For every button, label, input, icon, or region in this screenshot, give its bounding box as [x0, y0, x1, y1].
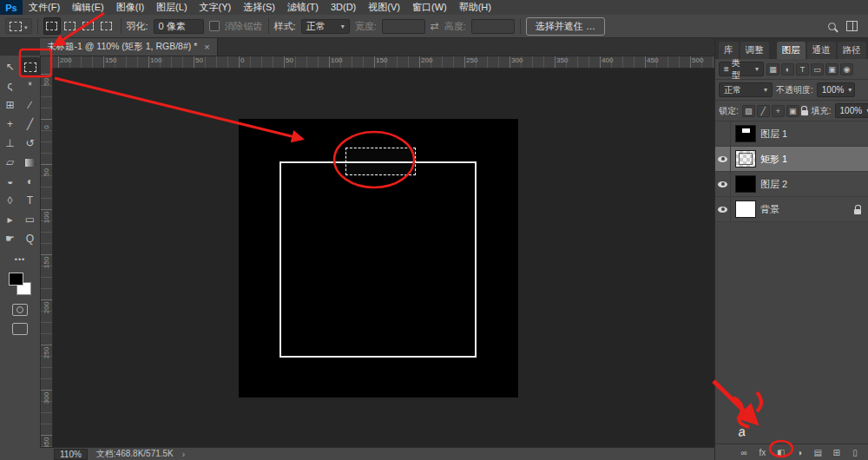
layer-thumbnail[interactable]	[735, 150, 756, 168]
panel-tab-通道[interactable]: 通道	[807, 42, 836, 59]
gradient-tool[interactable]	[21, 153, 40, 172]
vertical-ruler[interactable]: 50050100150200250300350	[40, 68, 53, 447]
style-dropdown[interactable]: 正常	[301, 19, 350, 34]
filter-shape-icon[interactable]: ▭	[811, 63, 824, 76]
layer-name: 图层 2	[760, 178, 787, 191]
filter-toggle-icon[interactable]: ◉	[840, 63, 853, 76]
subtract-selection-icon[interactable]	[80, 17, 97, 35]
visibility-toggle[interactable]	[715, 172, 731, 196]
filter-type-dropdown[interactable]: ≡ 类型	[719, 62, 764, 76]
fill-dropdown[interactable]: 100%	[835, 103, 868, 118]
blur-tool[interactable]: ◒	[1, 172, 20, 191]
more-tools-icon[interactable]: •••	[0, 255, 40, 264]
brush-tool[interactable]: ╱	[21, 115, 40, 134]
zoom-level-field[interactable]: 110%	[54, 449, 88, 460]
height-input[interactable]	[471, 19, 515, 34]
delete-layer-icon[interactable]: ▯	[849, 448, 861, 457]
eraser-tool[interactable]: ▱	[1, 153, 20, 172]
type-tool[interactable]: T	[21, 191, 40, 210]
ruler-origin-corner[interactable]	[40, 56, 53, 69]
select-and-mask-button[interactable]: 选择并遮住 …	[526, 17, 605, 36]
document-tab[interactable]: 未标题-1 @ 110% (矩形 1, RGB/8#) * ×	[40, 38, 218, 56]
swap-dimensions-icon[interactable]: ⇄	[431, 20, 439, 32]
filter-pixel-icon[interactable]: ▦	[766, 63, 779, 76]
layer-thumbnail[interactable]	[735, 175, 756, 193]
white-rectangle-shape	[279, 161, 477, 358]
adjustment-layer-icon[interactable]: ◑	[793, 448, 806, 457]
crop-tool[interactable]: ⊞	[1, 95, 20, 115]
menu-item[interactable]: 图层(L)	[150, 0, 193, 15]
antialias-checkbox[interactable]	[209, 21, 220, 31]
intersect-selection-icon[interactable]	[98, 17, 115, 35]
tool-preset-dropdown[interactable]	[5, 18, 32, 34]
layer-row[interactable]: 图层 2	[715, 172, 868, 197]
feather-input[interactable]: 0 像素	[154, 19, 204, 34]
lock-artboard-icon[interactable]: ▣	[786, 105, 799, 117]
pen-tool[interactable]: ◊	[1, 191, 20, 210]
filter-smart-object-icon[interactable]: ▣	[825, 63, 838, 76]
new-selection-icon[interactable]	[43, 17, 61, 35]
panel-tab-图层[interactable]: 图层	[777, 42, 806, 59]
path-select-tool[interactable]: ▸	[1, 210, 20, 229]
menu-item[interactable]: 窗口(W)	[406, 0, 453, 15]
workspace-switcher-icon[interactable]	[846, 21, 858, 31]
blend-mode-dropdown[interactable]: 正常	[719, 82, 773, 97]
shape-tool[interactable]: ▭	[21, 210, 40, 229]
menu-item[interactable]: 3D(D)	[325, 0, 362, 15]
visibility-toggle[interactable]	[715, 147, 731, 171]
lock-pixels-icon[interactable]: ╱	[757, 105, 770, 117]
layer-row[interactable]: 图层 1	[715, 122, 868, 147]
horizontal-ruler[interactable]: 2001501005005010015020025030035040045050…	[52, 56, 714, 69]
add-selection-icon[interactable]	[62, 17, 79, 35]
foreground-color-swatch[interactable]	[9, 273, 23, 286]
lasso-tool[interactable]: ς	[1, 76, 20, 95]
screen-mode-icon[interactable]	[12, 323, 28, 335]
new-layer-icon[interactable]: ⊞	[831, 448, 843, 457]
menu-item[interactable]: 帮助(H)	[453, 0, 497, 15]
lock-all-icon[interactable]	[801, 106, 808, 115]
move-tool[interactable]: ↖	[1, 57, 20, 76]
hand-tool[interactable]: ☛	[1, 229, 20, 248]
marquee-selection[interactable]	[345, 148, 416, 175]
zoom-tool[interactable]: Q	[21, 229, 40, 248]
search-icon[interactable]	[828, 23, 836, 30]
lock-transparency-icon[interactable]: ▨	[742, 105, 755, 117]
panel-tab-路径[interactable]: 路径	[838, 42, 866, 59]
menu-item[interactable]: 图像(I)	[110, 0, 150, 15]
layer-thumbnail[interactable]	[735, 200, 756, 218]
menu-item[interactable]: 文件(F)	[23, 0, 66, 15]
layer-row[interactable]: 矩形 1	[715, 147, 868, 172]
visibility-toggle[interactable]	[715, 197, 731, 221]
magic-wand-tool[interactable]: *	[21, 76, 40, 95]
layer-row[interactable]: 背景	[715, 197, 868, 222]
status-expand-icon[interactable]: ›	[182, 450, 185, 459]
menu-item[interactable]: 选择(S)	[237, 0, 281, 15]
filter-type-icon[interactable]: T	[796, 63, 809, 76]
menu-item[interactable]: 视图(V)	[362, 0, 406, 15]
menu-item[interactable]: 编辑(E)	[66, 0, 110, 15]
quick-mask-icon[interactable]	[12, 304, 28, 316]
dodge-tool[interactable]: ◐	[21, 172, 40, 191]
close-tab-icon[interactable]: ×	[204, 42, 209, 52]
height-label: 高度:	[444, 20, 466, 33]
new-group-icon[interactable]: ▤	[812, 448, 824, 457]
width-input[interactable]	[382, 19, 425, 34]
history-brush-tool[interactable]: ↺	[21, 134, 40, 153]
canvas-document[interactable]	[239, 119, 518, 398]
layer-style-icon[interactable]: fx	[756, 448, 768, 457]
layer-mask-icon[interactable]: ◧	[775, 448, 787, 457]
opacity-dropdown[interactable]: 100%	[817, 82, 855, 97]
layer-thumbnail[interactable]	[735, 125, 756, 142]
lock-position-icon[interactable]: +	[772, 105, 785, 117]
healing-brush-tool[interactable]: +	[1, 115, 20, 134]
menu-item[interactable]: 滤镜(T)	[281, 0, 325, 15]
visibility-toggle[interactable]	[715, 122, 731, 146]
rect-marquee-tool[interactable]	[21, 57, 40, 76]
clone-stamp-tool[interactable]: ⊥	[1, 134, 20, 153]
eyedropper-tool[interactable]: ∕	[21, 95, 40, 115]
document-size-info: 文档:468.8K/571.5K	[96, 448, 174, 460]
menu-item[interactable]: 文字(Y)	[194, 0, 238, 15]
ruler-label: 300	[511, 56, 523, 64]
filter-adjustment-icon[interactable]: ◐	[781, 63, 794, 76]
link-layers-icon[interactable]: ∞	[738, 448, 750, 457]
